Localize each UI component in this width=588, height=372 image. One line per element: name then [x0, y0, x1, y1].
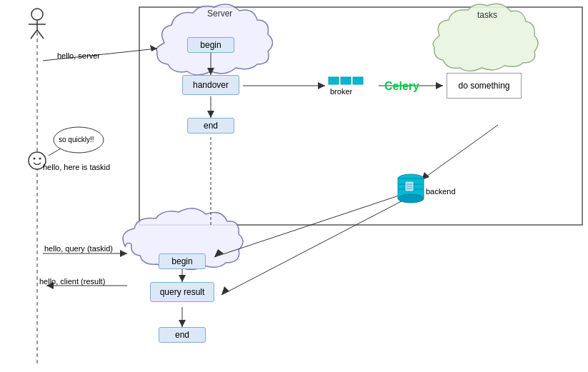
- tasks-label: tasks: [477, 10, 497, 20]
- do-something-box: do something: [447, 73, 522, 99]
- hello-taskid-msg: hello, here is taskid: [43, 163, 110, 171]
- svg-line-31: [37, 30, 44, 39]
- celery-label: Celery: [384, 80, 419, 93]
- hello-client-msg: hello, client (result): [39, 277, 105, 286]
- svg-marker-17: [120, 250, 127, 257]
- hello-query-msg: hello, query (taskid): [44, 244, 113, 253]
- end-bottom-box: end: [159, 327, 206, 343]
- broker-label: broker: [330, 87, 352, 96]
- svg-point-33: [34, 158, 36, 160]
- svg-point-27: [31, 9, 43, 20]
- svg-line-30: [31, 30, 37, 39]
- svg-marker-22: [179, 275, 186, 282]
- svg-point-48: [398, 194, 424, 203]
- query-result-box: query result: [150, 282, 214, 302]
- svg-marker-24: [179, 320, 186, 327]
- svg-marker-7: [207, 111, 214, 118]
- end-top-box: end: [187, 118, 234, 134]
- handover-box: handover: [182, 75, 239, 95]
- server-label: Server: [207, 9, 232, 19]
- svg-point-34: [39, 158, 41, 160]
- begin-top-box: begin: [187, 37, 234, 53]
- svg-line-25: [221, 196, 411, 295]
- diagram: Server tasks backend broker Celery begin…: [0, 0, 588, 372]
- so-quickly-msg: so quickly!!: [59, 136, 94, 144]
- begin-bottom-box: begin: [159, 253, 206, 269]
- svg-marker-9: [318, 82, 325, 89]
- hello-server-msg: hello, server: [57, 51, 100, 60]
- backend-label: backend: [426, 187, 456, 196]
- svg-marker-26: [221, 286, 229, 295]
- svg-line-12: [422, 125, 498, 180]
- svg-marker-11: [436, 82, 443, 89]
- svg-line-36: [49, 149, 61, 156]
